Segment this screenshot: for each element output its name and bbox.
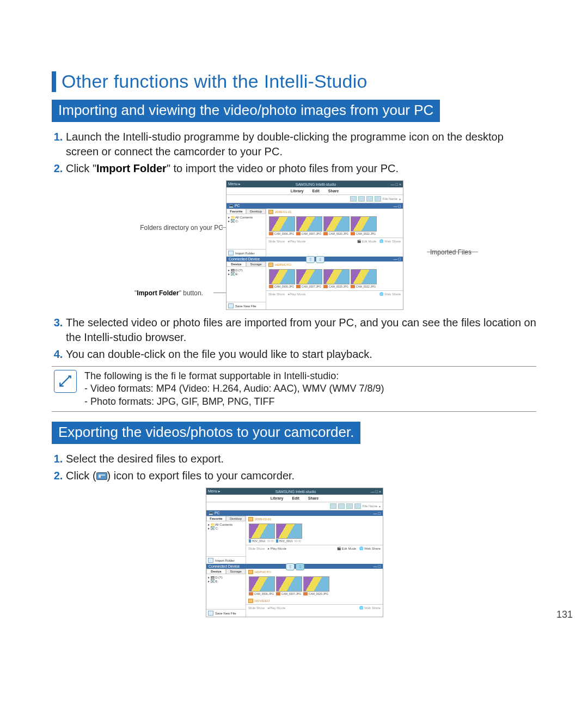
thumb: CAM_0022.JPG (351, 216, 376, 235)
import-steps-3-4: The selected video or photo files are im… (52, 315, 536, 362)
window-buttons: — □ × (391, 182, 401, 186)
title-accent-bar (52, 71, 56, 92)
note-text: The following is the fi le format suppor… (84, 370, 384, 408)
thumb: CAM_0007.JPG (296, 216, 321, 235)
tab-storage: Storage (246, 261, 266, 267)
thumb: CAM_0020.JPG (323, 269, 348, 288)
device-sidebar-tabs: Device Storage (226, 261, 266, 267)
manual-page: Other functions with the Intelli-Studio … (0, 0, 588, 724)
thumb-image (351, 269, 377, 284)
toolbar-icon (338, 503, 345, 509)
step-4: You can double-click on the file you wou… (66, 347, 536, 362)
tab-device: Device (226, 261, 246, 267)
device-browser: HDPHOTO CAM_0006.JPG CAM_0007.JPG CAM_00… (246, 569, 383, 617)
thumb: CAM_0006.JPG (249, 576, 274, 595)
tab-edit: Edit (292, 496, 299, 500)
pc-tree: ▸ 📁 All Contents ▸ 💽 C: (206, 521, 246, 556)
thumb: CAM_0020.JPG (323, 216, 348, 235)
folder-icon (268, 263, 273, 267)
pc-sidebar-tabs: Favorite Desktop (226, 209, 266, 214)
band-buttons: — □ (394, 257, 401, 261)
app-menu: Menu ▸ (228, 182, 241, 186)
callout-imported-files: Imported Files (430, 248, 479, 256)
folder-icon (248, 599, 253, 603)
toolbar-icon (354, 503, 361, 509)
band-buttons: — □ (394, 204, 401, 208)
thumb-image (303, 576, 329, 592)
page-number: 131 (556, 609, 573, 620)
export-step-1: Select the desired files to export. (66, 452, 536, 466)
thumb-image (296, 269, 322, 284)
thumb-image (249, 576, 275, 592)
export-step-2: Click () icon to export files to your ca… (66, 469, 536, 483)
video-tag-icon (276, 539, 278, 543)
pc-panel: FavoriteDesktop ▸ 📁 All Contents ▸ 💽 C: … (206, 516, 383, 564)
tab-library: Library (291, 189, 304, 193)
dropdown-icon: ▾ (379, 504, 381, 508)
thumb-image (276, 576, 302, 592)
device-panel: Device Storage ▸ 📼 D:(?) ▸ 💽 E: Save New… (226, 261, 403, 309)
photo-tag-icon (296, 232, 301, 235)
save-new-file-button: Save New File (206, 609, 246, 617)
folder-icon (248, 517, 253, 521)
pc-browser: 2009-01-01 CAM_0006.JPG CAM_0007.JPG CAM… (266, 209, 403, 257)
import-folder-button: Import Folder (226, 249, 266, 257)
thumb-image (351, 216, 377, 232)
thumb: CAM_0007.JPG (276, 576, 301, 595)
toolbar-icon (346, 503, 353, 509)
app-mode-tabs: Library Edit Share (226, 187, 403, 195)
import-folder-icon (228, 251, 234, 255)
folder-breadcrumb: 2009-01-01 (266, 209, 403, 215)
photo-tag-icon (269, 285, 273, 288)
pc-sidebar: Favorite Desktop ▸ 📁 All Contents ▸ 💽 C:… (226, 209, 266, 257)
folder-icon (248, 570, 253, 574)
pc-tree: ▸ 📁 All Contents ▸ 💽 C: (226, 214, 266, 249)
app-toolbar: File Name ▾ (206, 502, 383, 510)
tab-desktop: Desktop (246, 209, 266, 214)
pc-label: 💻 PC (229, 204, 240, 208)
thumb-image (323, 216, 350, 232)
folder-icon (268, 210, 273, 214)
save-icon (228, 303, 234, 308)
step-2: Click "Import Folder" to import the vide… (66, 161, 536, 176)
folder-breadcrumb: HDPHOTO (266, 261, 403, 268)
transfer-up-icon: ⇧ (286, 563, 295, 570)
photo-tag-icon (323, 285, 328, 288)
app-menu: Menu ▸ (208, 489, 220, 494)
pc-thumbnails: HDV_0012.00:00 HDV_0013.00:00 (246, 522, 383, 545)
transfer-up-icon: ⇧ (306, 256, 315, 263)
window-buttons: — □ × (371, 490, 381, 494)
note-box: The following is the fi le format suppor… (52, 366, 536, 412)
photo-tag-icon (276, 592, 280, 595)
device-tree: ▸ 📼 D:(?) ▸ 💽 E: (206, 574, 246, 609)
transfer-down-icon: ⇩ (316, 256, 324, 263)
pc-action-bar: Slide Show▸ Play Movie 🎬 Edit Mode🌐 Web … (246, 545, 383, 551)
pc-browser: 2009-01-01 HDV_0012.00:00 HDV_0013.00:00… (246, 516, 383, 564)
device-thumbnails: CAM_0006.JPG CAM_0007.JPG CAM_0020.JPG (246, 575, 383, 598)
app-brand: SAMSUNG Intelli-studio (275, 490, 316, 494)
note-icon (54, 370, 77, 393)
connected-device-band: Connected Device ⇧ ⇩ — □ (206, 564, 383, 569)
callout-import-button: "Import Folder" button. (120, 289, 218, 297)
thumb: HDV_0013.00:00 (276, 524, 301, 543)
callout-line (213, 293, 226, 293)
pc-sidebar: FavoriteDesktop ▸ 📁 All Contents ▸ 💽 C: … (206, 516, 246, 564)
photo-tag-icon (269, 232, 273, 235)
callout-line (427, 252, 478, 252)
thumb: CAM_0022.JPG (351, 269, 376, 288)
export-icon (96, 472, 107, 480)
step-1: Launch the Intelli-studio programme by d… (66, 130, 536, 159)
save-icon (208, 611, 213, 616)
app-toolbar: File Name ▾ (226, 195, 403, 203)
photo-tag-icon (303, 592, 308, 595)
device-panel: DeviceStorage ▸ 📼 D:(?) ▸ 💽 E: Save New … (206, 569, 383, 617)
photo-tag-icon (296, 285, 301, 288)
toolbar-label: File Name (383, 197, 397, 200)
device-action-bar: Slide Show▸Play Movie 🌐 Web Share (246, 604, 383, 611)
device-tree: ▸ 📼 D:(?) ▸ 💽 E: (226, 267, 266, 302)
transfer-down-icon: ⇩ (296, 563, 304, 570)
thumb-image (249, 524, 275, 539)
dropdown-icon: ▾ (399, 197, 401, 201)
thumb: CAM_0006.JPG (269, 269, 294, 288)
device-thumbnails: CAM_0006.JPG CAM_0007.JPG CAM_0020.JPG C… (266, 268, 403, 290)
